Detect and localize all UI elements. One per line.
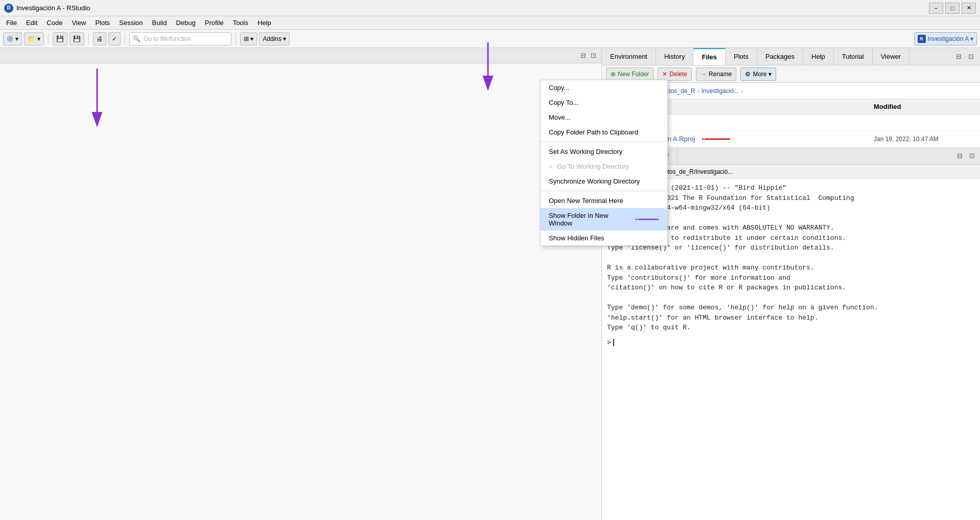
tab-help-label: Help xyxy=(811,53,825,60)
console-expand-button[interactable]: ⊡ xyxy=(967,151,977,161)
menu-view[interactable]: View xyxy=(67,18,90,28)
right-tabs-row: Environment History Files Plots Packages xyxy=(602,48,980,65)
addins-button[interactable]: Addins ▾ xyxy=(259,32,290,46)
toolbar-sep-4 xyxy=(236,33,236,45)
rename-label: Rename xyxy=(709,71,732,78)
breadcrumb-path2[interactable]: Investigació... xyxy=(702,87,739,95)
left-pane: ⊟ ⊡ xyxy=(0,48,602,520)
right-expand-button[interactable]: ⊡ xyxy=(966,52,976,62)
dropdown-copy-to[interactable]: Copy To... xyxy=(541,95,667,110)
tab-packages-label: Packages xyxy=(765,53,795,60)
dropdown-copy[interactable]: Copy... xyxy=(541,80,667,95)
right-tabs-left: Environment History Files Plots Packages xyxy=(602,48,909,65)
right-tabs-right: ⊟ ⊡ xyxy=(953,52,980,62)
save-all-button[interactable]: 💾 xyxy=(69,32,84,46)
project-button[interactable]: R Investigación A ▾ xyxy=(914,32,977,46)
tab-tutorial[interactable]: Tutorial xyxy=(834,48,873,65)
menu-tools[interactable]: Tools xyxy=(229,18,252,28)
show-folder-label: Show Folder in New Window xyxy=(549,212,627,227)
arrow-down-annotation xyxy=(82,69,112,131)
new-folder-icon: ⊕ xyxy=(611,71,616,78)
modified-col-header: Modified xyxy=(874,103,976,110)
sync-workdir-label: Synchronize Working Directory xyxy=(549,177,640,185)
close-button[interactable]: ✕ xyxy=(962,3,976,14)
title-bar-controls[interactable]: − □ ✕ xyxy=(929,3,976,14)
more-dropdown-menu: Copy... Copy To... Move... Copy Folder P… xyxy=(540,80,668,246)
delete-label: Delete xyxy=(669,71,687,78)
dropdown-divider-2 xyxy=(541,191,667,191)
copy-path-label: Copy Folder Path to Clipboard xyxy=(549,128,638,136)
minimize-button[interactable]: − xyxy=(929,3,943,14)
grid-button[interactable]: ⊞ ▾ xyxy=(240,32,257,46)
rstudio-logo: R xyxy=(4,4,13,13)
breadcrumb-sep-3: › xyxy=(741,87,743,95)
right-collapse-button[interactable]: ⊟ xyxy=(953,52,964,62)
goto-box[interactable]: 🔍 Go to file/function xyxy=(129,32,231,46)
tab-environment[interactable]: Environment xyxy=(602,48,656,65)
arrow-left-annotation xyxy=(702,134,733,144)
menu-bar: File Edit Code View Plots Session Build … xyxy=(0,16,980,30)
menu-code[interactable]: Code xyxy=(42,18,66,28)
spell-button[interactable]: ✓ xyxy=(108,32,121,46)
more-button[interactable]: ⚙ More ▾ xyxy=(740,67,776,81)
save-button[interactable]: 💾 xyxy=(53,32,67,46)
menu-debug[interactable]: Debug xyxy=(172,18,199,28)
tab-viewer[interactable]: Viewer xyxy=(873,48,910,65)
file-date-rproj: Jan 19, 2022, 10:47 AM xyxy=(874,135,976,143)
tab-environment-label: Environment xyxy=(610,53,647,60)
menu-build[interactable]: Build xyxy=(148,18,171,28)
menu-edit[interactable]: Edit xyxy=(22,18,41,28)
prompt-symbol: > xyxy=(607,339,611,347)
delete-button[interactable]: ✕ Delete xyxy=(658,67,692,81)
dropdown-sync-workdir[interactable]: Synchronize Working Directory xyxy=(541,174,667,189)
open-file-button[interactable]: 📁 ▾ xyxy=(24,32,44,46)
tab-history[interactable]: History xyxy=(656,48,693,65)
breadcrumb-sep-2: › xyxy=(697,87,699,95)
left-expand-button[interactable]: ⊡ xyxy=(588,51,598,61)
dropdown-arrow-annotation xyxy=(636,214,659,224)
delete-icon: ✕ xyxy=(662,71,667,78)
copy-label: Copy... xyxy=(549,84,569,92)
menu-file[interactable]: File xyxy=(2,18,21,28)
menu-plots[interactable]: Plots xyxy=(91,18,114,28)
new-file-dropdown[interactable]: ▾ xyxy=(15,35,18,42)
menu-profile[interactable]: Profile xyxy=(201,18,228,28)
console-collapse-button[interactable]: ⊟ xyxy=(954,151,965,161)
dropdown-move[interactable]: Move... xyxy=(541,110,667,125)
menu-help[interactable]: Help xyxy=(253,18,275,28)
new-file-icon: ⊕ xyxy=(7,34,13,43)
addins-label: Addins ▾ xyxy=(263,35,286,42)
dropdown-copy-path[interactable]: Copy Folder Path to Clipboard xyxy=(541,125,667,140)
dropdown-set-workdir[interactable]: Set As Working Directory xyxy=(541,144,667,159)
dropdown-divider-1 xyxy=(541,142,667,142)
dropdown-show-folder[interactable]: Show Folder in New Window xyxy=(541,208,667,231)
toolbar-sep-3 xyxy=(125,33,125,45)
new-folder-button[interactable]: ⊕ New Folder xyxy=(606,67,654,81)
dropdown-hidden-files[interactable]: Show Hidden Files xyxy=(541,231,667,245)
tab-packages[interactable]: Packages xyxy=(757,48,803,65)
new-file-button[interactable]: ⊕ ▾ xyxy=(3,32,22,46)
console-tabs-right: ⊟ ⊡ xyxy=(954,151,980,161)
tab-plots[interactable]: Plots xyxy=(726,48,757,65)
save-icon: 💾 xyxy=(56,35,64,42)
menu-session[interactable]: Session xyxy=(115,18,147,28)
print-button[interactable]: 🖨 xyxy=(93,32,106,46)
window-title: Investigación A - RStudio xyxy=(16,4,90,12)
main-layout: ⊟ ⊡ Environment xyxy=(0,48,980,520)
open-dropdown[interactable]: ▾ xyxy=(37,35,40,42)
tab-help[interactable]: Help xyxy=(803,48,834,65)
project-icon: R xyxy=(918,35,926,43)
copy-to-label: Copy To... xyxy=(549,99,578,106)
title-bar: R Investigación A - RStudio − □ ✕ xyxy=(0,0,980,16)
tab-files[interactable]: Files xyxy=(693,48,726,65)
rename-button[interactable]: → Rename xyxy=(696,67,736,81)
project-label: Investigación A ▾ xyxy=(928,35,973,42)
left-collapse-button[interactable]: ⊟ xyxy=(578,51,588,61)
console-prompt[interactable]: > xyxy=(602,337,980,349)
tab-viewer-label: Viewer xyxy=(881,53,901,60)
new-terminal-label: Open New Terminal Here xyxy=(549,197,623,205)
tab-plots-label: Plots xyxy=(734,53,749,60)
dropdown-new-terminal[interactable]: Open New Terminal Here xyxy=(541,193,667,208)
maximize-button[interactable]: □ xyxy=(945,3,960,14)
toolbar-sep-1 xyxy=(48,33,49,45)
